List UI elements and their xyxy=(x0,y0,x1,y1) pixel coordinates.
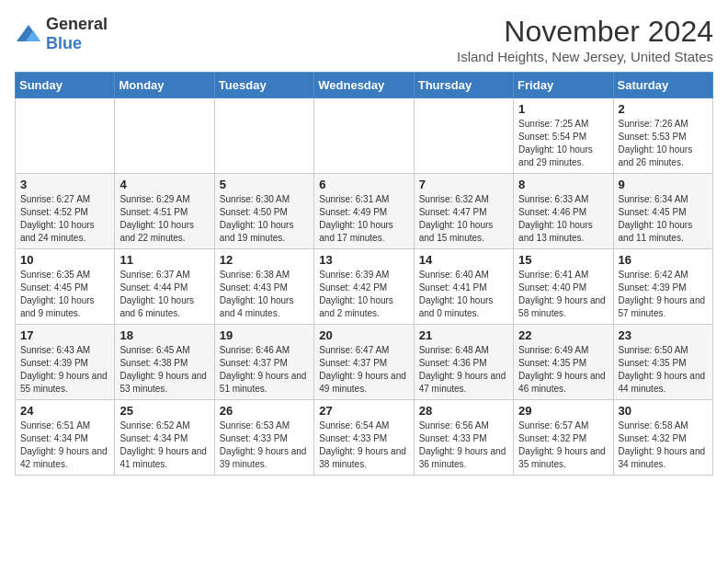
day-number: 6 xyxy=(319,178,408,191)
calendar-header-thursday: Thursday xyxy=(414,73,513,98)
day-number: 16 xyxy=(619,253,708,267)
calendar-cell xyxy=(115,98,214,174)
day-number: 28 xyxy=(419,404,508,418)
day-info: Sunrise: 6:50 AM Sunset: 4:35 PM Dayligh… xyxy=(619,344,708,396)
calendar-cell: 23Sunrise: 6:50 AM Sunset: 4:35 PM Dayli… xyxy=(613,325,712,400)
calendar-cell: 21Sunrise: 6:48 AM Sunset: 4:36 PM Dayli… xyxy=(414,325,513,400)
day-number: 25 xyxy=(119,404,209,418)
day-number: 7 xyxy=(419,178,508,191)
day-info: Sunrise: 6:40 AM Sunset: 4:41 PM Dayligh… xyxy=(419,269,508,320)
calendar-header-sunday: Sunday xyxy=(16,73,115,98)
day-number: 2 xyxy=(619,102,708,116)
calendar-header-tuesday: Tuesday xyxy=(214,73,313,98)
calendar-cell: 7Sunrise: 6:32 AM Sunset: 4:47 PM Daylig… xyxy=(414,174,513,249)
calendar-cell: 8Sunrise: 6:33 AM Sunset: 4:46 PM Daylig… xyxy=(514,174,613,249)
day-number: 10 xyxy=(20,253,109,267)
calendar-cell: 17Sunrise: 6:43 AM Sunset: 4:39 PM Dayli… xyxy=(16,325,115,400)
day-info: Sunrise: 6:51 AM Sunset: 4:34 PM Dayligh… xyxy=(20,419,109,471)
day-info: Sunrise: 6:41 AM Sunset: 4:40 PM Dayligh… xyxy=(518,269,608,320)
day-number: 11 xyxy=(119,253,209,267)
calendar-cell: 19Sunrise: 6:46 AM Sunset: 4:37 PM Dayli… xyxy=(214,325,313,400)
calendar-cell xyxy=(214,98,313,174)
calendar-week-3: 10Sunrise: 6:35 AM Sunset: 4:45 PM Dayli… xyxy=(16,249,713,325)
day-info: Sunrise: 6:54 AM Sunset: 4:33 PM Dayligh… xyxy=(319,419,408,471)
day-info: Sunrise: 6:53 AM Sunset: 4:33 PM Dayligh… xyxy=(220,419,309,471)
day-number: 4 xyxy=(119,178,209,191)
month-title: November 2024 xyxy=(457,15,713,49)
day-info: Sunrise: 6:45 AM Sunset: 4:38 PM Dayligh… xyxy=(119,344,209,396)
calendar-cell: 6Sunrise: 6:31 AM Sunset: 4:49 PM Daylig… xyxy=(314,174,414,249)
day-info: Sunrise: 6:46 AM Sunset: 4:37 PM Dayligh… xyxy=(220,344,309,396)
calendar-cell: 18Sunrise: 6:45 AM Sunset: 4:38 PM Dayli… xyxy=(115,325,214,400)
day-number: 22 xyxy=(518,328,608,342)
day-info: Sunrise: 6:48 AM Sunset: 4:36 PM Dayligh… xyxy=(419,344,508,396)
calendar-week-4: 17Sunrise: 6:43 AM Sunset: 4:39 PM Dayli… xyxy=(16,325,713,400)
day-info: Sunrise: 7:25 AM Sunset: 5:54 PM Dayligh… xyxy=(518,118,608,169)
day-info: Sunrise: 6:38 AM Sunset: 4:43 PM Dayligh… xyxy=(220,269,309,320)
day-number: 30 xyxy=(619,404,708,418)
calendar-cell: 28Sunrise: 6:56 AM Sunset: 4:33 PM Dayli… xyxy=(414,400,513,476)
day-number: 20 xyxy=(319,328,408,342)
logo-blue: Blue xyxy=(46,34,82,52)
logo: General Blue xyxy=(15,15,108,53)
day-number: 27 xyxy=(319,404,408,418)
calendar-cell: 3Sunrise: 6:27 AM Sunset: 4:52 PM Daylig… xyxy=(16,174,115,249)
calendar-cell: 25Sunrise: 6:52 AM Sunset: 4:34 PM Dayli… xyxy=(115,400,214,476)
calendar-cell: 22Sunrise: 6:49 AM Sunset: 4:35 PM Dayli… xyxy=(514,325,613,400)
title-area: November 2024 Island Heights, New Jersey… xyxy=(457,15,713,64)
calendar-cell xyxy=(414,98,513,174)
day-number: 9 xyxy=(619,178,708,191)
calendar-cell: 9Sunrise: 6:34 AM Sunset: 4:45 PM Daylig… xyxy=(613,174,712,249)
calendar-cell: 10Sunrise: 6:35 AM Sunset: 4:45 PM Dayli… xyxy=(16,249,115,325)
day-number: 1 xyxy=(518,102,608,116)
day-info: Sunrise: 6:43 AM Sunset: 4:39 PM Dayligh… xyxy=(20,344,109,396)
day-number: 24 xyxy=(20,404,109,418)
day-number: 8 xyxy=(518,178,608,191)
calendar-cell: 26Sunrise: 6:53 AM Sunset: 4:33 PM Dayli… xyxy=(214,400,313,476)
calendar-cell: 11Sunrise: 6:37 AM Sunset: 4:44 PM Dayli… xyxy=(115,249,214,325)
calendar-header-saturday: Saturday xyxy=(613,73,712,98)
calendar-cell: 14Sunrise: 6:40 AM Sunset: 4:41 PM Dayli… xyxy=(414,249,513,325)
calendar-week-5: 24Sunrise: 6:51 AM Sunset: 4:34 PM Dayli… xyxy=(16,400,713,476)
day-info: Sunrise: 6:42 AM Sunset: 4:39 PM Dayligh… xyxy=(619,269,708,320)
day-info: Sunrise: 6:35 AM Sunset: 4:45 PM Dayligh… xyxy=(20,269,109,320)
calendar-cell: 27Sunrise: 6:54 AM Sunset: 4:33 PM Dayli… xyxy=(314,400,414,476)
calendar-cell: 12Sunrise: 6:38 AM Sunset: 4:43 PM Dayli… xyxy=(214,249,313,325)
calendar-cell xyxy=(314,98,414,174)
calendar-cell: 1Sunrise: 7:25 AM Sunset: 5:54 PM Daylig… xyxy=(514,98,613,174)
day-number: 19 xyxy=(220,328,309,342)
day-number: 17 xyxy=(20,328,109,342)
day-number: 12 xyxy=(220,253,309,267)
day-number: 5 xyxy=(220,178,309,191)
day-info: Sunrise: 6:30 AM Sunset: 4:50 PM Dayligh… xyxy=(220,193,309,245)
day-number: 14 xyxy=(419,253,508,267)
header: General Blue November 2024 Island Height… xyxy=(15,15,713,64)
logo-general: General xyxy=(46,15,108,33)
location-title: Island Heights, New Jersey, United State… xyxy=(457,49,713,64)
calendar-cell: 29Sunrise: 6:57 AM Sunset: 4:32 PM Dayli… xyxy=(514,400,613,476)
day-number: 21 xyxy=(419,328,508,342)
day-info: Sunrise: 6:34 AM Sunset: 4:45 PM Dayligh… xyxy=(619,193,708,245)
calendar-table: SundayMondayTuesdayWednesdayThursdayFrid… xyxy=(15,72,713,476)
day-number: 13 xyxy=(319,253,408,267)
calendar-cell: 16Sunrise: 6:42 AM Sunset: 4:39 PM Dayli… xyxy=(613,249,712,325)
day-info: Sunrise: 6:33 AM Sunset: 4:46 PM Dayligh… xyxy=(518,193,608,245)
calendar-body: 1Sunrise: 7:25 AM Sunset: 5:54 PM Daylig… xyxy=(16,98,713,476)
calendar-header-row: SundayMondayTuesdayWednesdayThursdayFrid… xyxy=(16,73,713,98)
day-info: Sunrise: 7:26 AM Sunset: 5:53 PM Dayligh… xyxy=(619,118,708,169)
calendar-week-1: 1Sunrise: 7:25 AM Sunset: 5:54 PM Daylig… xyxy=(16,98,713,174)
calendar-week-2: 3Sunrise: 6:27 AM Sunset: 4:52 PM Daylig… xyxy=(16,174,713,249)
day-info: Sunrise: 6:27 AM Sunset: 4:52 PM Dayligh… xyxy=(20,193,109,245)
day-info: Sunrise: 6:56 AM Sunset: 4:33 PM Dayligh… xyxy=(419,419,508,471)
calendar-cell: 4Sunrise: 6:29 AM Sunset: 4:51 PM Daylig… xyxy=(115,174,214,249)
day-info: Sunrise: 6:32 AM Sunset: 4:47 PM Dayligh… xyxy=(419,193,508,245)
calendar-cell xyxy=(16,98,115,174)
day-number: 26 xyxy=(220,404,309,418)
day-number: 15 xyxy=(518,253,608,267)
calendar-cell: 13Sunrise: 6:39 AM Sunset: 4:42 PM Dayli… xyxy=(314,249,414,325)
day-info: Sunrise: 6:31 AM Sunset: 4:49 PM Dayligh… xyxy=(319,193,408,245)
calendar-cell: 2Sunrise: 7:26 AM Sunset: 5:53 PM Daylig… xyxy=(613,98,712,174)
day-info: Sunrise: 6:57 AM Sunset: 4:32 PM Dayligh… xyxy=(518,419,608,471)
calendar-header-monday: Monday xyxy=(115,73,214,98)
day-info: Sunrise: 6:52 AM Sunset: 4:34 PM Dayligh… xyxy=(119,419,209,471)
